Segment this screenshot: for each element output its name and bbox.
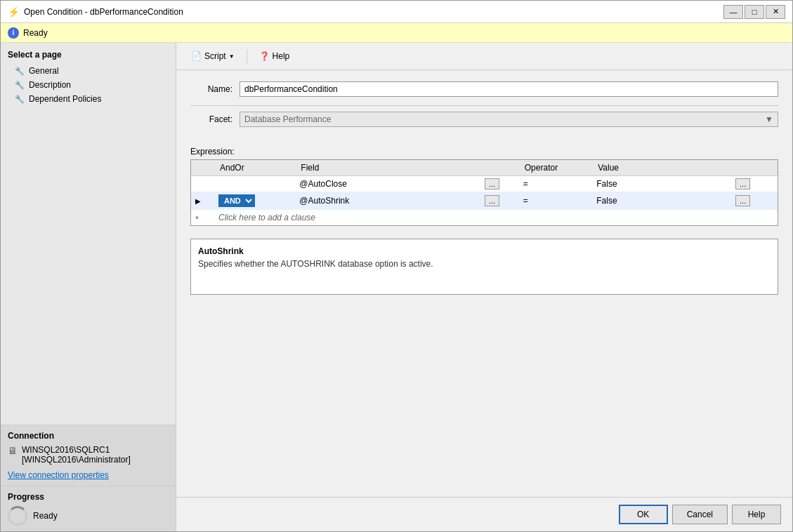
help-bottom-button[interactable]: Help	[732, 505, 781, 524]
col-header-andor: AndOr	[214, 160, 295, 176]
table-row: ▶ AND OR @AutoShrink	[191, 192, 778, 210]
name-row: Name:	[190, 81, 778, 97]
add-clause-text: Click here to add a clause	[218, 213, 315, 222]
row1-action-button[interactable]: ...	[735, 178, 750, 189]
connection-details: WINSQL2016\SQLRC1 [WINSQL2016\Administra…	[22, 445, 131, 465]
progress-title: Progress	[8, 492, 169, 502]
server-icon: 🖥	[8, 445, 18, 456]
progress-content: Ready	[8, 506, 169, 526]
row2-operator: =	[519, 192, 592, 210]
title-controls: — □ ✕	[723, 5, 785, 19]
help-button[interactable]: ❓ Help	[253, 48, 296, 64]
sidebar-item-description[interactable]: 🔧 Description	[1, 78, 176, 92]
add-clause-dot: •	[195, 212, 199, 223]
progress-spinner	[8, 506, 27, 526]
row2-andor-select[interactable]: AND OR	[218, 194, 255, 207]
name-input[interactable]	[240, 81, 778, 97]
row2-value: False	[592, 192, 731, 210]
sidebar-label-dependent-policies: Dependent Policies	[29, 94, 101, 104]
main-window: ⚡ Open Condition - dbPerformanceConditio…	[0, 0, 793, 532]
add-clause-arrow-cell: •	[191, 210, 214, 226]
facet-row: Facet: Database Performance ▼	[190, 112, 778, 127]
title-bar: ⚡ Open Condition - dbPerformanceConditio…	[1, 1, 792, 23]
col-header-arrow	[191, 160, 214, 176]
help-icon: ❓	[259, 51, 270, 61]
progress-status: Ready	[33, 511, 58, 521]
facet-select: Database Performance ▼	[240, 112, 778, 127]
script-label: Script	[204, 51, 226, 61]
form-area: Name: Facet: Database Performance ▼	[176, 70, 792, 147]
facet-value: Database Performance	[244, 114, 331, 124]
script-button[interactable]: 📄 Script ▼	[185, 48, 241, 64]
row1-ellipsis-button[interactable]: ...	[485, 178, 499, 189]
connection-server: WINSQL2016\SQLRC1	[22, 445, 131, 455]
close-button[interactable]: ✕	[766, 5, 785, 19]
col-header-ellipsis	[480, 160, 519, 176]
script-icon: 📄	[191, 51, 202, 61]
sidebar-item-dependent-policies[interactable]: 🔧 Dependent Policies	[1, 92, 176, 106]
connection-title: Connection	[8, 431, 169, 441]
sidebar: Select a page 🔧 General 🔧 Description 🔧 …	[1, 43, 176, 531]
bottom-buttons: OK Cancel Help	[176, 497, 792, 531]
help-label: Help	[273, 51, 290, 61]
col-header-action	[731, 160, 778, 176]
add-clause-row[interactable]: • Click here to add a clause	[191, 210, 778, 226]
row2-field: @AutoShrink	[295, 192, 480, 210]
row2-andor[interactable]: AND OR	[214, 192, 295, 210]
expression-label: Expression:	[190, 147, 778, 157]
status-text: Ready	[23, 28, 48, 38]
facet-label: Facet:	[190, 114, 232, 124]
wrench-icon-description: 🔧	[15, 81, 25, 90]
table-header-row: AndOr Field Operator Value	[191, 160, 778, 176]
form-divider	[190, 105, 778, 106]
info-icon: i	[8, 27, 19, 39]
row1-value: False	[592, 176, 731, 192]
toolbar: 📄 Script ▼ ❓ Help	[176, 43, 792, 70]
connection-info: 🖥 WINSQL2016\SQLRC1 [WINSQL2016\Administ…	[8, 445, 169, 465]
title-bar-left: ⚡ Open Condition - dbPerformanceConditio…	[8, 6, 183, 18]
window-title: Open Condition - dbPerformanceCondition	[24, 7, 183, 17]
status-bar: i Ready	[1, 23, 792, 43]
row1-ellipsis: ...	[480, 176, 519, 192]
row2-action-button[interactable]: ...	[735, 195, 750, 206]
name-label: Name:	[190, 84, 232, 94]
view-connection-properties-link[interactable]: View connection properties	[8, 470, 109, 480]
sidebar-item-general[interactable]: 🔧 General	[1, 64, 176, 78]
wrench-icon-dependent-policies: 🔧	[15, 95, 25, 104]
row2-arrow: ▶	[191, 192, 214, 210]
script-dropdown-arrow: ▼	[229, 53, 235, 60]
col-header-value: Value	[592, 160, 731, 176]
cancel-button[interactable]: Cancel	[672, 505, 728, 524]
row2-action: ...	[731, 192, 778, 210]
row2-ellipsis-button[interactable]: ...	[485, 195, 499, 206]
row2-ellipsis: ...	[480, 192, 519, 210]
progress-section: Progress Ready	[1, 486, 176, 531]
window-icon: ⚡	[8, 6, 20, 18]
description-title: AutoShrink	[198, 246, 771, 256]
minimize-button[interactable]: —	[723, 5, 743, 19]
add-clause-cell[interactable]: Click here to add a clause	[214, 210, 778, 226]
connection-section: Connection 🖥 WINSQL2016\SQLRC1 [WINSQL20…	[1, 425, 176, 486]
maximize-button[interactable]: □	[745, 5, 764, 19]
facet-dropdown-arrow: ▼	[765, 114, 773, 124]
table-row: @AutoClose ... = False ...	[191, 176, 778, 192]
wrench-icon-general: 🔧	[15, 67, 25, 76]
row1-field: @AutoClose	[295, 176, 480, 192]
row1-andor	[214, 176, 295, 192]
toolbar-separator	[247, 49, 247, 63]
sidebar-label-general: General	[29, 66, 59, 76]
description-box: AutoShrink Specifies whether the AUTOSHR…	[190, 239, 778, 295]
col-header-operator: Operator	[519, 160, 592, 176]
ok-button[interactable]: OK	[619, 505, 668, 524]
expression-section: Expression: AndOr Field Operator Value	[176, 147, 792, 233]
col-header-field: Field	[295, 160, 480, 176]
expression-table: AndOr Field Operator Value	[191, 160, 778, 225]
row2-arrow-icon: ▶	[195, 197, 201, 205]
sidebar-section-title: Select a page	[1, 43, 176, 64]
main-content: Select a page 🔧 General 🔧 Description 🔧 …	[1, 43, 792, 531]
row1-arrow	[191, 176, 214, 192]
connection-user: [WINSQL2016\Administrator]	[22, 455, 131, 465]
right-panel: 📄 Script ▼ ❓ Help Name: Facet:	[176, 43, 792, 531]
row1-operator: =	[519, 176, 592, 192]
row1-action: ...	[731, 176, 778, 192]
